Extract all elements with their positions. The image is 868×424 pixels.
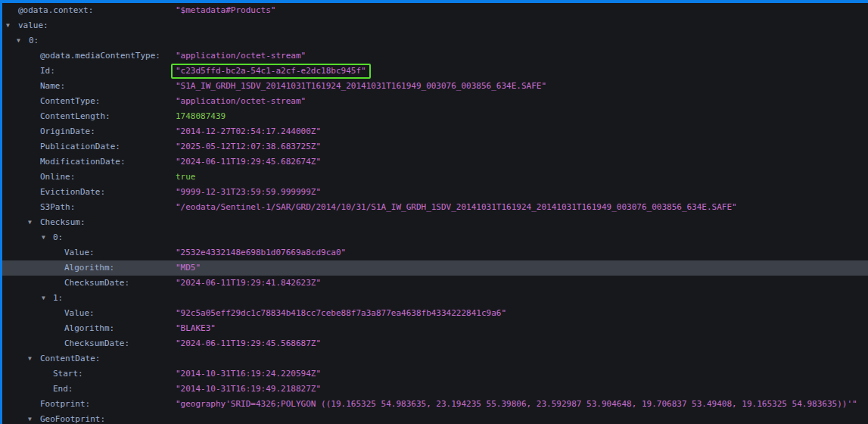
json-value: "application/octet-stream" xyxy=(176,94,306,109)
json-key: @odata.context: xyxy=(2,3,93,18)
chevron-down-icon[interactable]: ▼ xyxy=(28,351,32,366)
json-value-highlighted: "c23d5ffd-bc2a-54c1-a2cf-e2dc18bc945f" xyxy=(171,64,371,79)
json-value: "$metadata#Products" xyxy=(176,3,275,18)
chevron-down-icon[interactable]: ▼ xyxy=(42,291,45,306)
json-value: "BLAKE3" xyxy=(176,321,216,336)
json-key: Algorithm: xyxy=(2,321,114,336)
json-row-publicationdate[interactable]: PublicationDate:"2025-05-12T12:07:38.683… xyxy=(2,139,868,154)
json-row--odata-mediacontenttype[interactable]: @odata.mediaContentType:"application/oct… xyxy=(2,48,868,64)
json-value: "92c5a05eff29dc1c78834b418cc7cebe88f7a3a… xyxy=(176,306,506,321)
json-row-checksum[interactable]: ▼Checksum: xyxy=(2,215,868,230)
json-row-checksumdate[interactable]: ChecksumDate:"2024-06-11T19:29:45.568687… xyxy=(2,336,868,351)
json-row-algorithm[interactable]: Algorithm:"MD5" xyxy=(2,260,868,276)
json-row-modificationdate[interactable]: ModificationDate:"2024-06-11T19:29:45.68… xyxy=(2,154,868,170)
json-key: S3Path: xyxy=(2,200,75,215)
json-value: "2014-10-31T16:19:24.220594Z" xyxy=(176,366,321,382)
json-value: "2025-05-12T12:07:38.683725Z" xyxy=(176,139,321,154)
json-tree: @odata.context:"$metadata#Products"▼valu… xyxy=(2,3,868,424)
json-value: true xyxy=(176,170,196,185)
json-row-origindate[interactable]: OriginDate:"2014-12-27T02:54:17.244000Z" xyxy=(2,124,868,139)
json-row-geofootprint[interactable]: ▼GeoFootprint: xyxy=(2,412,868,424)
json-value: "2532e4332148e698b1d07669a8cd9ca0" xyxy=(176,245,346,260)
json-value: 1748087439 xyxy=(176,109,226,124)
json-value: "9999-12-31T23:59:59.999999Z" xyxy=(176,185,321,200)
json-key: Name: xyxy=(2,79,65,94)
chevron-down-icon[interactable]: ▼ xyxy=(28,412,32,424)
json-key: Checksum: xyxy=(2,215,86,230)
json-key: Value: xyxy=(2,245,95,260)
json-row-end[interactable]: End:"2014-10-31T16:19:49.218827Z" xyxy=(2,382,868,397)
json-key: OriginDate: xyxy=(2,124,95,139)
json-row-0[interactable]: ▼0: xyxy=(2,33,868,48)
json-row--odata-context[interactable]: @odata.context:"$metadata#Products" xyxy=(2,3,868,18)
json-value: "MD5" xyxy=(176,260,201,276)
json-value: "2014-10-31T16:19:49.218827Z" xyxy=(176,382,321,397)
json-key: Online: xyxy=(2,170,75,185)
json-key: ChecksumDate: xyxy=(2,276,129,291)
json-key: @odata.mediaContentType: xyxy=(2,48,160,64)
chevron-down-icon[interactable]: ▼ xyxy=(42,230,45,245)
json-value: "geography'SRID=4326;POLYGON ((19.165325… xyxy=(176,397,857,412)
json-viewer-panel: @odata.context:"$metadata#Products"▼valu… xyxy=(0,0,868,424)
json-key: End: xyxy=(2,382,73,397)
json-row-contentlength[interactable]: ContentLength:1748087439 xyxy=(2,109,868,124)
json-key: Footprint: xyxy=(2,397,90,412)
json-row-value[interactable]: Value:"2532e4332148e698b1d07669a8cd9ca0" xyxy=(2,245,868,260)
json-row-value[interactable]: Value:"92c5a05eff29dc1c78834b418cc7cebe8… xyxy=(2,306,868,321)
json-row-online[interactable]: Online:true xyxy=(2,170,868,185)
json-row-0[interactable]: ▼0: xyxy=(2,230,868,245)
json-value: "application/octet-stream" xyxy=(176,48,306,64)
json-row-evictiondate[interactable]: EvictionDate:"9999-12-31T23:59:59.999999… xyxy=(2,185,868,200)
json-key: Start: xyxy=(2,366,83,382)
json-row-1[interactable]: ▼1: xyxy=(2,291,868,306)
json-key: 1: xyxy=(2,291,63,306)
json-value: "/eodata/Sentinel-1/SAR/GRD/2014/10/31/S… xyxy=(176,200,737,215)
json-row-footprint[interactable]: Footprint:"geography'SRID=4326;POLYGON (… xyxy=(2,397,868,412)
json-key: ContentType: xyxy=(2,94,100,109)
json-key: EvictionDate: xyxy=(2,185,105,200)
json-key: GeoFootprint: xyxy=(2,412,105,424)
json-row-id[interactable]: Id:"c23d5ffd-bc2a-54c1-a2cf-e2dc18bc945f… xyxy=(2,64,868,79)
json-row-value[interactable]: ▼value: xyxy=(2,18,868,33)
json-key: Algorithm: xyxy=(2,260,114,276)
chevron-down-icon[interactable]: ▼ xyxy=(6,18,10,33)
chevron-down-icon[interactable]: ▼ xyxy=(17,33,20,48)
json-key: Value: xyxy=(2,306,95,321)
json-value: "2024-06-11T19:29:41.842623Z" xyxy=(176,276,321,291)
json-value: "2024-06-11T19:29:45.568687Z" xyxy=(176,336,321,351)
json-row-name[interactable]: Name:"S1A_IW_GRDH_1SDV_20141031T161924_2… xyxy=(2,79,868,94)
json-row-start[interactable]: Start:"2014-10-31T16:19:24.220594Z" xyxy=(2,366,868,382)
json-key: ChecksumDate: xyxy=(2,336,129,351)
json-key: 0: xyxy=(2,33,39,48)
json-row-algorithm[interactable]: Algorithm:"BLAKE3" xyxy=(2,321,868,336)
json-row-contenttype[interactable]: ContentType:"application/octet-stream" xyxy=(2,94,868,109)
json-row-s3path[interactable]: S3Path:"/eodata/Sentinel-1/SAR/GRD/2014/… xyxy=(2,200,868,215)
json-row-checksumdate[interactable]: ChecksumDate:"2024-06-11T19:29:41.842623… xyxy=(2,276,868,291)
chevron-down-icon[interactable]: ▼ xyxy=(28,215,32,230)
json-value: "S1A_IW_GRDH_1SDV_20141031T161924_201410… xyxy=(176,79,546,94)
json-value: "2024-06-11T19:29:45.682674Z" xyxy=(176,154,321,170)
json-key: Id: xyxy=(2,64,55,79)
json-value: "2014-12-27T02:54:17.244000Z" xyxy=(176,124,321,139)
json-key: PublicationDate: xyxy=(2,139,120,154)
json-key: 0: xyxy=(2,230,63,245)
json-row-contentdate[interactable]: ▼ContentDate: xyxy=(2,351,868,366)
json-key: ModificationDate: xyxy=(2,154,126,170)
json-key: ContentLength: xyxy=(2,109,110,124)
json-key: ContentDate: xyxy=(2,351,100,366)
